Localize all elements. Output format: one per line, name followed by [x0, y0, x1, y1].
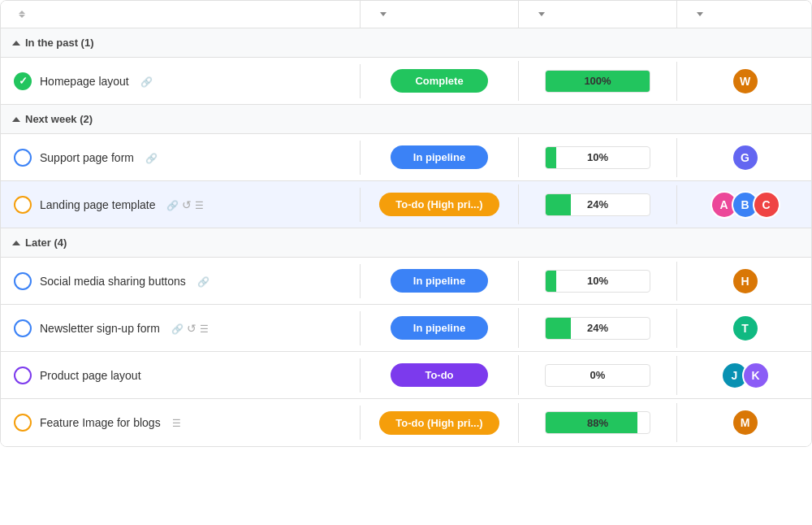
- progress-cell[interactable]: 10%: [519, 138, 677, 177]
- avatar: H: [732, 267, 759, 295]
- avatar-group: G: [732, 144, 759, 171]
- task-name-cell[interactable]: Newsletter sign-up form: [1, 311, 361, 345]
- status-todo-high-icon: [14, 414, 32, 432]
- chevron-down-icon: [538, 12, 545, 16]
- task-name-cell[interactable]: Homepage layout: [1, 64, 361, 98]
- avatar-cell: G: [677, 136, 812, 180]
- stage-cell[interactable]: To-do (High pri...): [361, 184, 519, 224]
- progress-bar-container: 100%: [545, 70, 650, 93]
- progress-header[interactable]: [519, 1, 677, 28]
- avatar-group: H: [732, 267, 759, 295]
- avatar: C: [753, 191, 780, 219]
- status-in-pipeline-icon: [14, 272, 32, 290]
- sort-icon[interactable]: [19, 11, 25, 18]
- task-name-text: Feature Image for blogs: [40, 416, 161, 429]
- stage-badge: Complete: [391, 69, 488, 93]
- task-icons: [145, 151, 158, 164]
- progress-cell[interactable]: 10%: [519, 262, 677, 301]
- chevron-down-icon: [380, 12, 387, 16]
- progress-cell[interactable]: 88%: [519, 403, 677, 442]
- avatar-cell: ABC: [677, 183, 812, 227]
- progress-text: 88%: [546, 417, 650, 429]
- task-name-text: Social media sharing buttons: [40, 275, 186, 288]
- task-name-cell[interactable]: Landing page template: [1, 188, 361, 222]
- stage-cell[interactable]: In pipeline: [361, 137, 519, 177]
- avatar: T: [732, 315, 759, 342]
- table-header: [1, 1, 811, 28]
- stage-badge: In pipeline: [391, 316, 488, 340]
- repeat-icon: [182, 198, 192, 211]
- group-label: Next week (2): [25, 113, 93, 125]
- paperclip-icon: [140, 75, 153, 88]
- task-icons: [166, 198, 204, 211]
- progress-cell[interactable]: 24%: [519, 309, 677, 348]
- stage-badge: To-do (High pri...): [379, 411, 499, 435]
- task-icons: [171, 322, 209, 335]
- group-header-later[interactable]: Later (4): [1, 228, 811, 258]
- avatar-cell: T: [677, 306, 812, 350]
- avatar: W: [732, 67, 759, 95]
- group-label: Later (4): [25, 236, 67, 249]
- assigned-header[interactable]: [677, 1, 812, 28]
- avatar: K: [742, 362, 770, 389]
- avatar-group: W: [732, 67, 759, 95]
- paperclip-icon: [171, 322, 184, 335]
- task-row: Support page form In pipeline 10% G: [1, 134, 811, 181]
- avatar-cell: W: [677, 59, 812, 103]
- stage-badge: To-do: [391, 363, 488, 387]
- chevron-toggle-icon: [12, 241, 20, 245]
- progress-cell[interactable]: 24%: [519, 185, 677, 224]
- task-row: Product page layout To-do 0% JK: [1, 352, 811, 399]
- progress-text: 10%: [546, 275, 650, 287]
- progress-text: 100%: [546, 75, 650, 87]
- table-body: In the past (1) Homepage layout Complete…: [1, 28, 811, 446]
- progress-bar-container: 24%: [545, 193, 650, 216]
- tasks-table: In the past (1) Homepage layout Complete…: [0, 0, 812, 447]
- avatar: G: [732, 144, 759, 171]
- stage-badge: In pipeline: [391, 269, 488, 293]
- task-name-cell[interactable]: Feature Image for blogs: [1, 406, 361, 440]
- paperclip-icon: [197, 275, 209, 288]
- progress-text: 24%: [546, 322, 650, 334]
- avatar-group: JK: [721, 362, 770, 389]
- stage-cell[interactable]: To-do: [361, 355, 519, 395]
- avatar-group: ABC: [710, 191, 780, 219]
- avatar-cell: M: [677, 401, 812, 445]
- stage-cell[interactable]: To-do (High pri...): [361, 403, 519, 443]
- task-name-text: Support page form: [40, 151, 134, 164]
- task-row: Social media sharing buttons In pipeline…: [1, 258, 811, 305]
- avatar: M: [732, 409, 759, 436]
- paperclip-icon: [166, 198, 179, 211]
- progress-cell[interactable]: 0%: [519, 356, 677, 395]
- task-name-cell[interactable]: Support page form: [1, 141, 361, 175]
- status-todo-icon: [14, 367, 32, 384]
- list-icon: [200, 322, 209, 335]
- task-name-text: Product page layout: [40, 369, 141, 382]
- task-name-text: Homepage layout: [40, 75, 129, 88]
- progress-bar-container: 10%: [545, 270, 650, 293]
- progress-cell[interactable]: 100%: [519, 62, 677, 101]
- task-name-cell[interactable]: Social media sharing buttons: [1, 264, 361, 298]
- status-in-pipeline-icon: [14, 149, 32, 167]
- stage-header[interactable]: [361, 1, 519, 28]
- stage-cell[interactable]: In pipeline: [361, 308, 519, 348]
- stage-cell[interactable]: Complete: [361, 61, 519, 101]
- list-icon: [195, 198, 204, 211]
- progress-bar-container: 10%: [545, 146, 650, 169]
- group-header-next-week[interactable]: Next week (2): [1, 105, 811, 134]
- status-in-pipeline-icon: [14, 319, 32, 337]
- task-title-header[interactable]: [1, 1, 361, 28]
- group-label: In the past (1): [25, 37, 94, 49]
- stage-cell[interactable]: In pipeline: [361, 261, 519, 301]
- group-header-in-the-past[interactable]: In the past (1): [1, 28, 811, 58]
- paperclip-icon: [145, 151, 158, 164]
- progress-text: 10%: [546, 151, 650, 163]
- task-name-cell[interactable]: Product page layout: [1, 358, 361, 393]
- task-icons: [197, 275, 209, 288]
- avatar-cell: H: [677, 259, 812, 303]
- progress-bar-container: 88%: [545, 411, 650, 434]
- stage-badge: To-do (High pri...): [379, 193, 499, 216]
- progress-text: 0%: [546, 369, 650, 381]
- progress-bar-container: 0%: [545, 364, 650, 387]
- task-name-text: Newsletter sign-up form: [40, 322, 160, 335]
